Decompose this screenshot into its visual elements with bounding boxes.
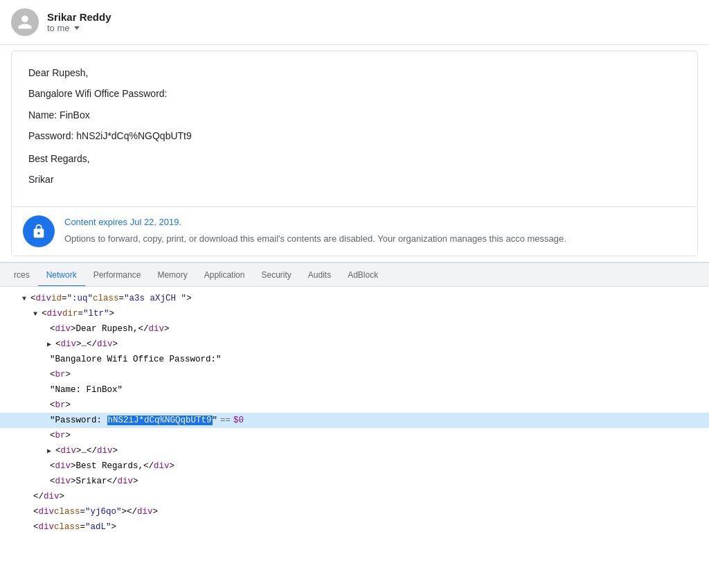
expand-icon-11[interactable]: ▶ — [47, 446, 55, 457]
code-line-13: <div> Srikar </div> — [0, 474, 709, 489]
sender-info: Srikar Reddy to me — [47, 11, 111, 33]
tab-adblock[interactable]: AdBlock — [339, 265, 386, 287]
code-line-11: ▶ <div> … </div> — [0, 443, 709, 458]
tab-security[interactable]: Security — [253, 265, 299, 287]
expand-icon-4[interactable]: ▶ — [47, 339, 55, 350]
tab-sources[interactable]: rces — [6, 265, 38, 287]
email-content: Dear Rupesh, Bangalore Wifi Office Passw… — [12, 51, 697, 206]
email-greeting: Dear Rupesh, — [28, 65, 681, 80]
code-line-3: <div> Dear Rupesh, </div> — [0, 321, 709, 337]
email-subject-line: Bangalore Wifi Office Password: — [28, 86, 681, 101]
expiry-description: Options to forward, copy, print, or down… — [64, 232, 566, 246]
expiry-text-container: Content expires Jul 22, 2019. Options to… — [64, 215, 566, 245]
code-line-10: <br> — [0, 428, 709, 443]
code-line-6: <br> — [0, 367, 709, 382]
tab-audits[interactable]: Audits — [300, 265, 339, 287]
code-line-9-highlighted: "Password: hNS2iJ*dCq%NGQqbUTt9" == $0 — [0, 413, 709, 428]
email-signature: Srikar — [28, 172, 681, 187]
code-line-15: <div class="yj6qo" ></div> — [0, 504, 709, 519]
sender-name: Srikar Reddy — [47, 11, 111, 23]
expiry-notice: Content expires Jul 22, 2019. Options to… — [12, 206, 697, 256]
email-header: Srikar Reddy to me — [0, 0, 709, 45]
expand-icon-1[interactable]: ▼ — [22, 294, 30, 305]
sender-to: to me — [47, 23, 111, 33]
expiry-icon — [23, 215, 55, 247]
code-line-2: ▼ <div dir="ltr" > — [0, 306, 709, 321]
email-regards: Best Regards, — [28, 151, 681, 166]
tab-performance[interactable]: Performance — [85, 265, 150, 287]
chevron-down-icon[interactable] — [74, 26, 80, 30]
code-line-8: <br> — [0, 398, 709, 413]
devtools-panel: ▼ <div id=":uq" class="a3s aXjCH " > ▼ <… — [0, 287, 709, 532]
expiry-title: Content expires Jul 22, 2019. — [64, 215, 566, 229]
tab-network[interactable]: Network — [38, 265, 85, 287]
code-line-1: ▼ <div id=":uq" class="a3s aXjCH " > — [0, 291, 709, 306]
code-line-7: "Name: FinBox" — [0, 382, 709, 398]
code-line-12: <div> Best Regards, </div> — [0, 458, 709, 474]
email-wifi-name: Name: FinBox — [28, 107, 681, 123]
code-line-14: </div> — [0, 489, 709, 504]
to-label: to me — [47, 23, 70, 33]
code-line-16: <div class="adL" > — [0, 519, 709, 532]
dollar-zero: $0 — [233, 413, 244, 427]
devtools-tabs: rces Network Performance Memory Applicat… — [0, 262, 709, 287]
code-line-4: ▶ <div> … </div> — [0, 337, 709, 352]
tab-application[interactable]: Application — [196, 265, 253, 287]
avatar — [11, 8, 39, 36]
password-highlight: hNS2iJ*dCq%NGQqbUTt9 — [107, 416, 213, 425]
email-wifi-password: Password: hNS2iJ*dCq%NGQqbUTt9 — [28, 128, 681, 143]
code-line-5: "Bangalore Wifi Office Password:" — [0, 352, 709, 367]
expand-icon-2[interactable]: ▼ — [33, 309, 42, 320]
tab-memory[interactable]: Memory — [149, 265, 195, 287]
email-body-container: Dear Rupesh, Bangalore Wifi Office Passw… — [11, 51, 698, 256]
devtools-container: rces Network Performance Memory Applicat… — [0, 262, 709, 532]
